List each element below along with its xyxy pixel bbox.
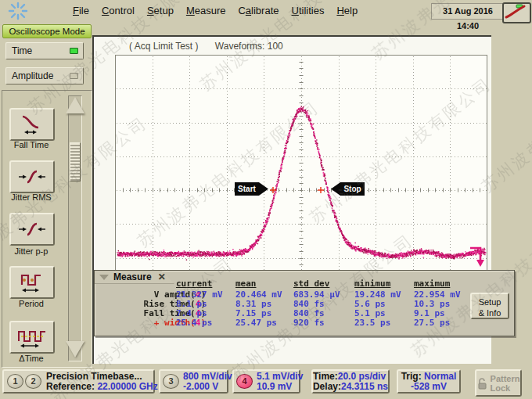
scroll-down-arrow[interactable] <box>66 341 84 358</box>
measure-panel: Measure ✕ current mean std dev minimum m… <box>94 270 515 336</box>
measure-row-risetime: Rise time(4) 8.1 ps8.31 ps840 fs5.6 ps10… <box>95 299 514 308</box>
trigger-status-panel[interactable]: Trig: Normal -528 mV <box>397 369 461 394</box>
amplitude-dropdown[interactable]: Amplitude <box>5 67 84 84</box>
run-waveform-icon <box>504 4 527 19</box>
amplitude-dropdown-label: Amplitude <box>12 70 53 81</box>
horizontal-status-panel[interactable]: Time:20.0 ps/div Delay:24.3115 ns <box>311 369 390 394</box>
jitter-pp-button[interactable] <box>9 213 55 246</box>
delta-time-label: ΔTime <box>0 354 63 363</box>
mode-header: Oscilloscope Mode <box>2 24 92 38</box>
measure-tab[interactable]: Measure ✕ <box>95 271 174 284</box>
channel4-status-panel[interactable]: 4 5.1 mV/div 10.9 mV <box>232 369 300 394</box>
period-icon <box>16 271 48 294</box>
col-header-maximum: maximum <box>414 279 450 289</box>
menu-utilities[interactable]: Utilities <box>292 5 325 16</box>
jitter-pp-icon <box>16 217 48 241</box>
time-dropdown[interactable]: Time <box>5 42 84 59</box>
sidebar: Oscilloscope Mode Time Amplitude Fall Ti… <box>0 21 92 368</box>
ch4-offset: 10.9 mV <box>257 382 303 392</box>
scroll-up-arrow[interactable] <box>66 97 84 113</box>
col-header-mean: mean <box>235 279 257 289</box>
waveforms-count: Waveforms: 100 <box>215 41 283 52</box>
timebase-line2: Reference: 22.00000 GHz <box>46 382 158 392</box>
col-header-current: current <box>176 279 212 289</box>
jitter-pp-label: Jitter p-p <box>0 246 63 256</box>
measure-row-poswidth: + width(4) 25.4 ps25.47 ps920 fs23.5 ps2… <box>95 318 514 327</box>
fall-time-icon <box>16 113 48 136</box>
agilent-spark-icon <box>6 1 30 21</box>
col-header-minimum: minimum <box>354 279 390 289</box>
menu-measure[interactable]: Measure <box>186 5 226 16</box>
menu-calibrate[interactable]: Calibrate <box>238 5 279 16</box>
acq-limit-label: ( Acq Limit Test ) <box>129 41 198 52</box>
timebase-status-panel[interactable]: 1 2 Precision Timebase... Reference: 22.… <box>2 369 155 394</box>
acquisition-status: ( Acq Limit Test ) Waveforms: 100 <box>129 41 283 52</box>
status-bar: 1 2 Precision Timebase... Reference: 22.… <box>0 368 532 399</box>
ch3-offset: -2.000 V <box>183 382 232 392</box>
close-panel-icon[interactable]: ✕ <box>158 271 166 282</box>
ch3-scale: 800 mV/div <box>183 372 232 382</box>
delta-time-button[interactable] <box>9 321 55 354</box>
oscilloscope-app: File Control Setup Measure Calibrate Uti… <box>0 0 532 399</box>
fall-time-button[interactable] <box>9 108 55 141</box>
jitter-rms-button[interactable] <box>9 160 55 193</box>
period-label: Period <box>0 299 63 308</box>
sidebar-scrollbar-track[interactable] <box>68 95 82 361</box>
sidebar-scrollbar-thumb[interactable] <box>70 142 81 182</box>
channel1-badge: 1 <box>7 374 23 389</box>
time-dropdown-label: Time <box>12 45 32 56</box>
measure-tab-label: Measure <box>113 271 152 282</box>
channel2-badge: 2 <box>25 374 41 389</box>
minimize-panel-icon[interactable] <box>99 275 109 280</box>
ch4-scale: 5.1 mV/div <box>257 372 303 382</box>
amplitude-led-icon <box>70 73 78 79</box>
menu-bar: File Control Setup Measure Calibrate Uti… <box>0 0 532 21</box>
time-led-icon <box>70 48 78 54</box>
setup-info-button[interactable]: Setup & Info <box>470 293 509 319</box>
run-indicator-button[interactable] <box>502 2 531 23</box>
menu-help[interactable]: Help <box>336 5 358 16</box>
period-button[interactable] <box>9 266 55 299</box>
menu-control[interactable]: Control <box>102 5 135 16</box>
menu-file[interactable]: File <box>73 5 89 16</box>
datetime-display: 31 Aug 2016 14:40 <box>431 3 505 20</box>
col-header-stddev: std dev <box>293 279 329 289</box>
jitter-rms-icon <box>16 165 48 189</box>
pattern-lock-button[interactable]: PatternLock <box>475 369 522 397</box>
jitter-rms-label: Jitter RMS <box>0 192 63 202</box>
measure-row-falltime: Fall time(4) 7.4 ps7.15 ps840 fs5.1 ps9.… <box>95 308 514 318</box>
channel3-badge: 3 <box>163 374 179 389</box>
menu-setup[interactable]: Setup <box>147 5 174 16</box>
channel-reference-arrow-icon[interactable] <box>467 243 489 268</box>
lock-icon <box>477 377 487 390</box>
measure-row-vamptd: V amptd(4) 21.327 mV20.464 mV683.94 µV19… <box>95 289 514 299</box>
delta-time-icon <box>16 325 48 349</box>
channel4-badge: 4 <box>236 374 253 389</box>
fall-time-label: Fall Time <box>0 140 63 149</box>
channel3-status-panel[interactable]: 3 800 mV/div -2.000 V <box>159 369 228 394</box>
